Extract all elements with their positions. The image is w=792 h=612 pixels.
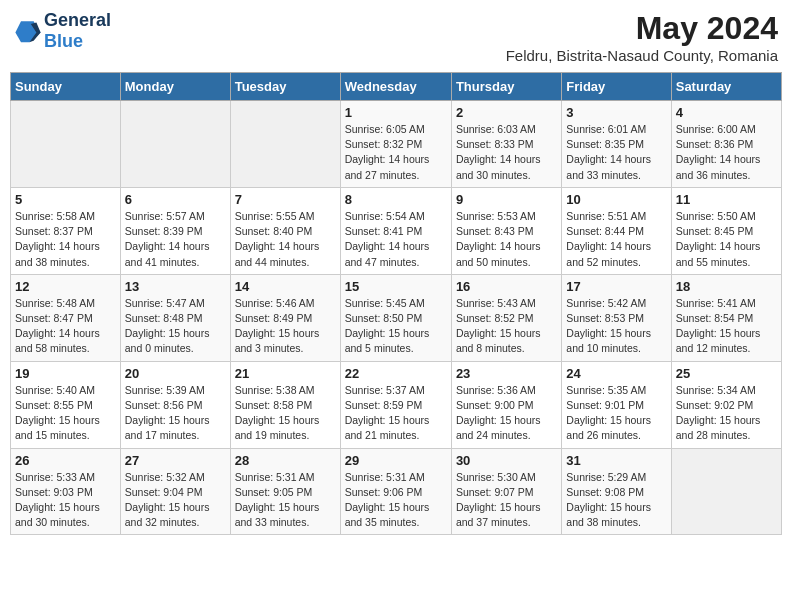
calendar-table: SundayMondayTuesdayWednesdayThursdayFrid…	[10, 72, 782, 535]
calendar-day-cell: 29Sunrise: 5:31 AMSunset: 9:06 PMDayligh…	[340, 448, 451, 535]
day-info: Sunrise: 5:31 AMSunset: 9:05 PMDaylight:…	[235, 470, 336, 531]
month-year-title: May 2024	[506, 10, 778, 47]
calendar-day-cell: 22Sunrise: 5:37 AMSunset: 8:59 PMDayligh…	[340, 361, 451, 448]
calendar-day-cell: 9Sunrise: 5:53 AMSunset: 8:43 PMDaylight…	[451, 187, 561, 274]
calendar-day-cell	[11, 101, 121, 188]
day-info: Sunrise: 5:34 AMSunset: 9:02 PMDaylight:…	[676, 383, 777, 444]
weekday-header: Monday	[120, 73, 230, 101]
day-info: Sunrise: 5:55 AMSunset: 8:40 PMDaylight:…	[235, 209, 336, 270]
calendar-day-cell: 28Sunrise: 5:31 AMSunset: 9:05 PMDayligh…	[230, 448, 340, 535]
day-number: 29	[345, 453, 447, 468]
calendar-day-cell: 11Sunrise: 5:50 AMSunset: 8:45 PMDayligh…	[671, 187, 781, 274]
calendar-day-cell: 14Sunrise: 5:46 AMSunset: 8:49 PMDayligh…	[230, 274, 340, 361]
calendar-day-cell: 20Sunrise: 5:39 AMSunset: 8:56 PMDayligh…	[120, 361, 230, 448]
day-number: 31	[566, 453, 666, 468]
day-number: 13	[125, 279, 226, 294]
calendar-day-cell: 2Sunrise: 6:03 AMSunset: 8:33 PMDaylight…	[451, 101, 561, 188]
day-number: 27	[125, 453, 226, 468]
weekday-header: Saturday	[671, 73, 781, 101]
day-number: 11	[676, 192, 777, 207]
day-info: Sunrise: 5:31 AMSunset: 9:06 PMDaylight:…	[345, 470, 447, 531]
day-number: 21	[235, 366, 336, 381]
day-info: Sunrise: 5:51 AMSunset: 8:44 PMDaylight:…	[566, 209, 666, 270]
day-number: 10	[566, 192, 666, 207]
calendar-day-cell: 3Sunrise: 6:01 AMSunset: 8:35 PMDaylight…	[562, 101, 671, 188]
day-number: 12	[15, 279, 116, 294]
day-number: 7	[235, 192, 336, 207]
calendar-day-cell: 13Sunrise: 5:47 AMSunset: 8:48 PMDayligh…	[120, 274, 230, 361]
calendar-day-cell: 26Sunrise: 5:33 AMSunset: 9:03 PMDayligh…	[11, 448, 121, 535]
calendar-day-cell: 10Sunrise: 5:51 AMSunset: 8:44 PMDayligh…	[562, 187, 671, 274]
day-info: Sunrise: 5:45 AMSunset: 8:50 PMDaylight:…	[345, 296, 447, 357]
calendar-day-cell: 7Sunrise: 5:55 AMSunset: 8:40 PMDaylight…	[230, 187, 340, 274]
day-info: Sunrise: 5:29 AMSunset: 9:08 PMDaylight:…	[566, 470, 666, 531]
day-number: 30	[456, 453, 557, 468]
calendar-week-row: 26Sunrise: 5:33 AMSunset: 9:03 PMDayligh…	[11, 448, 782, 535]
day-number: 3	[566, 105, 666, 120]
calendar-day-cell: 30Sunrise: 5:30 AMSunset: 9:07 PMDayligh…	[451, 448, 561, 535]
day-info: Sunrise: 5:42 AMSunset: 8:53 PMDaylight:…	[566, 296, 666, 357]
day-info: Sunrise: 5:58 AMSunset: 8:37 PMDaylight:…	[15, 209, 116, 270]
calendar-day-cell: 12Sunrise: 5:48 AMSunset: 8:47 PMDayligh…	[11, 274, 121, 361]
day-info: Sunrise: 5:41 AMSunset: 8:54 PMDaylight:…	[676, 296, 777, 357]
calendar-day-cell: 27Sunrise: 5:32 AMSunset: 9:04 PMDayligh…	[120, 448, 230, 535]
day-number: 22	[345, 366, 447, 381]
weekday-header: Sunday	[11, 73, 121, 101]
calendar-day-cell: 19Sunrise: 5:40 AMSunset: 8:55 PMDayligh…	[11, 361, 121, 448]
calendar-day-cell: 6Sunrise: 5:57 AMSunset: 8:39 PMDaylight…	[120, 187, 230, 274]
day-info: Sunrise: 5:32 AMSunset: 9:04 PMDaylight:…	[125, 470, 226, 531]
day-number: 6	[125, 192, 226, 207]
location-subtitle: Feldru, Bistrita-Nasaud County, Romania	[506, 47, 778, 64]
day-info: Sunrise: 5:50 AMSunset: 8:45 PMDaylight:…	[676, 209, 777, 270]
day-number: 23	[456, 366, 557, 381]
day-number: 26	[15, 453, 116, 468]
day-number: 28	[235, 453, 336, 468]
day-info: Sunrise: 5:54 AMSunset: 8:41 PMDaylight:…	[345, 209, 447, 270]
day-number: 4	[676, 105, 777, 120]
weekday-header-row: SundayMondayTuesdayWednesdayThursdayFrid…	[11, 73, 782, 101]
day-number: 17	[566, 279, 666, 294]
page-header: General Blue May 2024 Feldru, Bistrita-N…	[10, 10, 782, 64]
day-number: 5	[15, 192, 116, 207]
day-number: 16	[456, 279, 557, 294]
day-info: Sunrise: 5:43 AMSunset: 8:52 PMDaylight:…	[456, 296, 557, 357]
day-number: 2	[456, 105, 557, 120]
title-block: May 2024 Feldru, Bistrita-Nasaud County,…	[506, 10, 778, 64]
day-number: 14	[235, 279, 336, 294]
day-info: Sunrise: 5:36 AMSunset: 9:00 PMDaylight:…	[456, 383, 557, 444]
calendar-week-row: 19Sunrise: 5:40 AMSunset: 8:55 PMDayligh…	[11, 361, 782, 448]
day-info: Sunrise: 5:35 AMSunset: 9:01 PMDaylight:…	[566, 383, 666, 444]
day-info: Sunrise: 5:37 AMSunset: 8:59 PMDaylight:…	[345, 383, 447, 444]
calendar-week-row: 5Sunrise: 5:58 AMSunset: 8:37 PMDaylight…	[11, 187, 782, 274]
calendar-day-cell	[120, 101, 230, 188]
day-number: 15	[345, 279, 447, 294]
day-info: Sunrise: 5:30 AMSunset: 9:07 PMDaylight:…	[456, 470, 557, 531]
calendar-day-cell: 16Sunrise: 5:43 AMSunset: 8:52 PMDayligh…	[451, 274, 561, 361]
calendar-day-cell: 17Sunrise: 5:42 AMSunset: 8:53 PMDayligh…	[562, 274, 671, 361]
calendar-week-row: 12Sunrise: 5:48 AMSunset: 8:47 PMDayligh…	[11, 274, 782, 361]
day-number: 18	[676, 279, 777, 294]
day-info: Sunrise: 6:00 AMSunset: 8:36 PMDaylight:…	[676, 122, 777, 183]
weekday-header: Tuesday	[230, 73, 340, 101]
day-number: 9	[456, 192, 557, 207]
day-info: Sunrise: 6:01 AMSunset: 8:35 PMDaylight:…	[566, 122, 666, 183]
logo-text: General Blue	[44, 10, 111, 52]
calendar-day-cell	[230, 101, 340, 188]
day-info: Sunrise: 5:38 AMSunset: 8:58 PMDaylight:…	[235, 383, 336, 444]
day-info: Sunrise: 5:40 AMSunset: 8:55 PMDaylight:…	[15, 383, 116, 444]
day-number: 8	[345, 192, 447, 207]
calendar-day-cell: 15Sunrise: 5:45 AMSunset: 8:50 PMDayligh…	[340, 274, 451, 361]
day-info: Sunrise: 5:46 AMSunset: 8:49 PMDaylight:…	[235, 296, 336, 357]
calendar-day-cell: 8Sunrise: 5:54 AMSunset: 8:41 PMDaylight…	[340, 187, 451, 274]
calendar-day-cell: 1Sunrise: 6:05 AMSunset: 8:32 PMDaylight…	[340, 101, 451, 188]
calendar-day-cell: 23Sunrise: 5:36 AMSunset: 9:00 PMDayligh…	[451, 361, 561, 448]
logo-icon	[14, 17, 42, 45]
calendar-week-row: 1Sunrise: 6:05 AMSunset: 8:32 PMDaylight…	[11, 101, 782, 188]
day-number: 24	[566, 366, 666, 381]
day-info: Sunrise: 6:03 AMSunset: 8:33 PMDaylight:…	[456, 122, 557, 183]
day-info: Sunrise: 5:53 AMSunset: 8:43 PMDaylight:…	[456, 209, 557, 270]
weekday-header: Thursday	[451, 73, 561, 101]
day-number: 19	[15, 366, 116, 381]
day-number: 1	[345, 105, 447, 120]
day-info: Sunrise: 5:48 AMSunset: 8:47 PMDaylight:…	[15, 296, 116, 357]
